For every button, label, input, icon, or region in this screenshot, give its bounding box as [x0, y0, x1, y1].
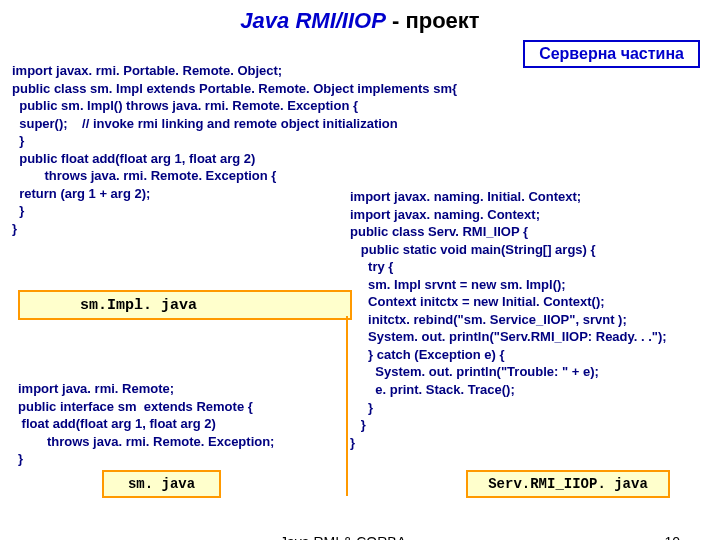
- page-number: 10: [664, 534, 680, 540]
- slide-title: Java RMI/IIOP - проект: [0, 0, 720, 38]
- code-sm-interface: import java. rmi. Remote; public interfa…: [18, 380, 274, 468]
- title-emphasis: Java RMI/IIOP: [240, 8, 386, 33]
- filename-box-sm: sm. java: [102, 470, 221, 498]
- filename-sm: sm. java: [128, 476, 195, 492]
- filename-serv: Serv.RMI_IIOP. java: [488, 476, 648, 492]
- filename-box-serv: Serv.RMI_IIOP. java: [466, 470, 670, 498]
- filename-smimpl: sm.Impl. java: [20, 297, 197, 314]
- divider-line: [346, 316, 348, 496]
- filename-box-smimpl: sm.Impl. java: [18, 290, 352, 320]
- footer-text: Java RMI & CORBA: [280, 534, 406, 540]
- title-rest: - проект: [386, 8, 480, 33]
- server-part-badge: Серверна частина: [523, 40, 700, 68]
- code-serv-class: import javax. naming. Initial. Context; …: [350, 188, 667, 451]
